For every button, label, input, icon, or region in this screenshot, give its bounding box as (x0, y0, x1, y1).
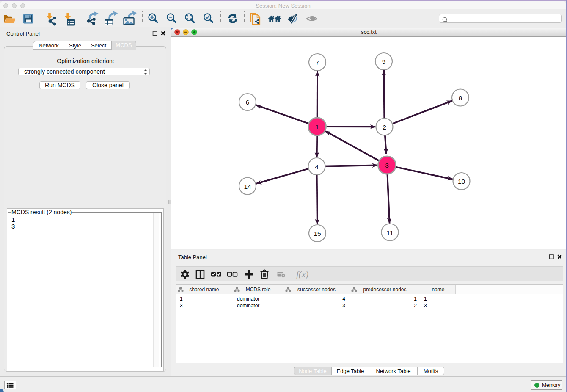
svg-text:6: 6 (246, 99, 250, 106)
svg-text:8: 8 (459, 94, 462, 102)
svg-text:4: 4 (315, 163, 319, 170)
svg-text:10: 10 (458, 178, 465, 185)
svg-text:3: 3 (385, 162, 389, 169)
svg-text:9: 9 (382, 58, 386, 65)
svg-text:14: 14 (244, 183, 251, 190)
svg-text:7: 7 (316, 59, 319, 66)
svg-text:15: 15 (314, 230, 321, 237)
svg-text:1: 1 (315, 123, 319, 130)
svg-text:2: 2 (383, 124, 386, 131)
svg-text:f(x): f(x) (296, 269, 308, 279)
svg-text:11: 11 (386, 229, 393, 236)
